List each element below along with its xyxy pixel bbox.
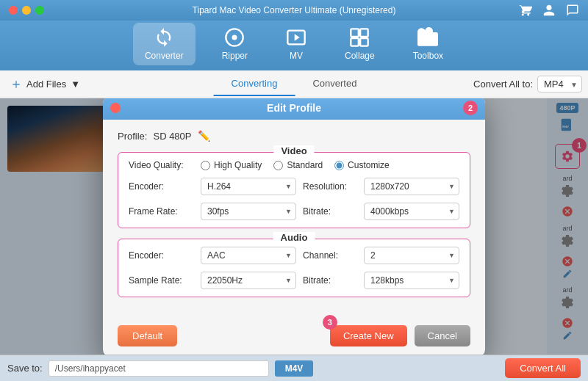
add-icon <box>10 79 22 90</box>
convert-format-dropdown-wrapper[interactable]: MP4 MKV AVI ▼ <box>537 76 582 92</box>
encoder-select-wrapper[interactable]: H.264 H.265 MPEG-4 <box>201 178 296 195</box>
audio-encoder-label: Encoder: <box>129 250 195 261</box>
radio-customize-label: Customize <box>348 160 390 170</box>
nav-toolbox-label: Toolbox <box>413 51 443 61</box>
radio-high-quality[interactable]: High Quality <box>201 160 262 170</box>
sample-rate-select[interactable]: 22050Hz 44100Hz 48000Hz <box>201 272 296 289</box>
resolution-select[interactable]: 1280x720 1920x1080 640x480 <box>364 178 459 195</box>
encoder-label: Encoder: <box>129 181 195 192</box>
resolution-label: Resolution: <box>303 181 358 192</box>
resolution-select-wrapper[interactable]: 1280x720 1920x1080 640x480 <box>364 178 459 195</box>
save-to-label: Save to: <box>7 363 43 374</box>
toolbox-icon <box>417 27 438 48</box>
cancel-button[interactable]: Cancel <box>415 325 470 346</box>
modal-close-button[interactable] <box>110 103 121 113</box>
radio-high-quality-label: High Quality <box>214 160 262 170</box>
audio-encoder-select-wrapper[interactable]: AAC MP3 AC3 <box>201 247 296 264</box>
profile-edit-icon[interactable]: ✏️ <box>198 130 210 142</box>
footer-right-buttons: 3 Create New Cancel <box>330 325 470 346</box>
audio-bitrate-select-wrapper[interactable]: 128kbps 192kbps 256kbps <box>364 272 459 289</box>
svg-point-1 <box>232 35 237 40</box>
encoder-resolution-row: Encoder: H.264 H.265 MPEG-4 Resolution: <box>129 178 459 195</box>
maximize-window-btn[interactable] <box>35 6 44 15</box>
nav-bar: Converter Ripper MV Collage Toolbox <box>0 21 588 70</box>
audio-bitrate-area: Bitrate: 128kbps 192kbps 256kbps <box>303 272 459 289</box>
video-bitrate-label: Bitrate: <box>303 206 358 217</box>
svg-rect-4 <box>351 29 359 37</box>
radio-customize-input[interactable] <box>334 161 344 170</box>
radio-standard-input[interactable] <box>273 161 283 170</box>
add-files-dropdown-arrow[interactable]: ▼ <box>71 79 80 90</box>
window-controls[interactable] <box>9 6 44 15</box>
modal-footer: Default 3 Create New Cancel <box>103 318 485 355</box>
encoder-select[interactable]: H.264 H.265 MPEG-4 <box>201 178 296 195</box>
close-window-btn[interactable] <box>9 6 18 15</box>
radio-high-quality-input[interactable] <box>201 161 210 170</box>
channel-select-wrapper[interactable]: 2 1 6 <box>364 247 459 264</box>
frame-rate-select-wrapper[interactable]: 30fps 24fps 60fps <box>201 203 296 220</box>
add-files-button[interactable]: Add Files ▼ <box>0 74 90 95</box>
frame-rate-label: Frame Rate: <box>129 206 195 217</box>
svg-rect-6 <box>351 38 359 46</box>
minimize-window-btn[interactable] <box>22 6 31 15</box>
audio-encoder-select[interactable]: AAC MP3 AC3 <box>201 247 296 264</box>
audio-bitrate-label: Bitrate: <box>303 275 358 286</box>
converter-icon <box>154 27 174 48</box>
video-bitrate-select-wrapper[interactable]: 4000kbps 2000kbps 8000kbps <box>364 203 459 220</box>
annotation-badge-2: 2 <box>463 101 478 115</box>
framerate-bitrate-row: Frame Rate: 30fps 24fps 60fps Bitrate: <box>129 203 459 220</box>
sample-rate-select-wrapper[interactable]: 22050Hz 44100Hz 48000Hz <box>201 272 296 289</box>
tab-converting[interactable]: Converting <box>214 72 295 96</box>
video-quality-row: Video Quality: High Quality Standard <box>129 160 459 170</box>
default-button[interactable]: Default <box>118 325 177 346</box>
nav-item-converter[interactable]: Converter <box>133 23 196 65</box>
nav-item-mv[interactable]: MV <box>274 23 318 65</box>
video-bitrate-select[interactable]: 4000kbps 2000kbps 8000kbps <box>364 203 459 220</box>
convert-format-select[interactable]: MP4 MKV AVI <box>537 76 582 92</box>
user-icon <box>542 4 556 17</box>
video-section: Video Video Quality: High Quality <box>118 152 470 228</box>
message-icon <box>566 4 579 17</box>
video-bitrate-area: Bitrate: 4000kbps 2000kbps 8000kbps <box>303 203 459 220</box>
create-new-button[interactable]: Create New <box>330 325 407 346</box>
nav-collage-label: Collage <box>345 51 375 61</box>
convert-all-button[interactable]: Convert All <box>505 358 581 378</box>
samplerate-audiobitrate-row: Sample Rate: 22050Hz 44100Hz 48000Hz Bit… <box>129 272 459 289</box>
sample-rate-label: Sample Rate: <box>129 275 195 286</box>
save-path-input[interactable] <box>49 360 269 377</box>
profile-label: Profile: <box>118 131 147 142</box>
modal-title: Edit Profile <box>267 102 321 114</box>
save-bar: Save to: M4V Convert All <box>0 355 588 381</box>
profile-row: Profile: SD 480P ✏️ <box>118 130 470 142</box>
video-quality-radio-group: High Quality Standard Customize <box>201 160 390 170</box>
cart-icon <box>519 4 532 17</box>
channel-select[interactable]: 2 1 6 <box>364 247 459 264</box>
nav-item-collage[interactable]: Collage <box>333 23 387 65</box>
mv-icon <box>286 27 306 48</box>
resolution-area: Resolution: 1280x720 1920x1080 640x480 <box>303 178 459 195</box>
nav-ripper-label: Ripper <box>222 51 248 61</box>
audio-section-title: Audio <box>273 232 315 243</box>
profile-value: SD 480P <box>153 131 191 142</box>
nav-converter-label: Converter <box>145 51 184 61</box>
tab-converted[interactable]: Converted <box>295 72 374 96</box>
radio-customize[interactable]: Customize <box>334 160 390 170</box>
video-section-title: Video <box>273 145 314 156</box>
add-files-label: Add Files <box>26 79 66 90</box>
audio-section: Audio Encoder: AAC MP3 AC3 Channel <box>118 239 470 297</box>
frame-rate-select[interactable]: 30fps 24fps 60fps <box>201 203 296 220</box>
convert-all-area: Convert All to: MP4 MKV AVI ▼ <box>473 76 582 92</box>
radio-standard[interactable]: Standard <box>273 160 323 170</box>
toolbar: Add Files ▼ Converting Converted Convert… <box>0 70 588 98</box>
nav-item-toolbox[interactable]: Toolbox <box>401 23 455 65</box>
modal-overlay: Edit Profile 2 Profile: SD 480P ✏️ Video <box>0 98 588 355</box>
convert-all-label: Convert All to: <box>473 79 533 90</box>
audio-bitrate-select[interactable]: 128kbps 192kbps 256kbps <box>364 272 459 289</box>
nav-item-ripper[interactable]: Ripper <box>210 23 259 65</box>
radio-standard-label: Standard <box>287 160 323 170</box>
app-title: Tipard Mac Video Converter Ultimate (Unr… <box>193 5 396 15</box>
toolbar-tabs: Converting Converted <box>214 72 375 96</box>
nav-mv-label: MV <box>290 51 303 61</box>
edit-profile-modal: Edit Profile 2 Profile: SD 480P ✏️ Video <box>103 98 485 355</box>
ripper-icon <box>224 27 245 48</box>
